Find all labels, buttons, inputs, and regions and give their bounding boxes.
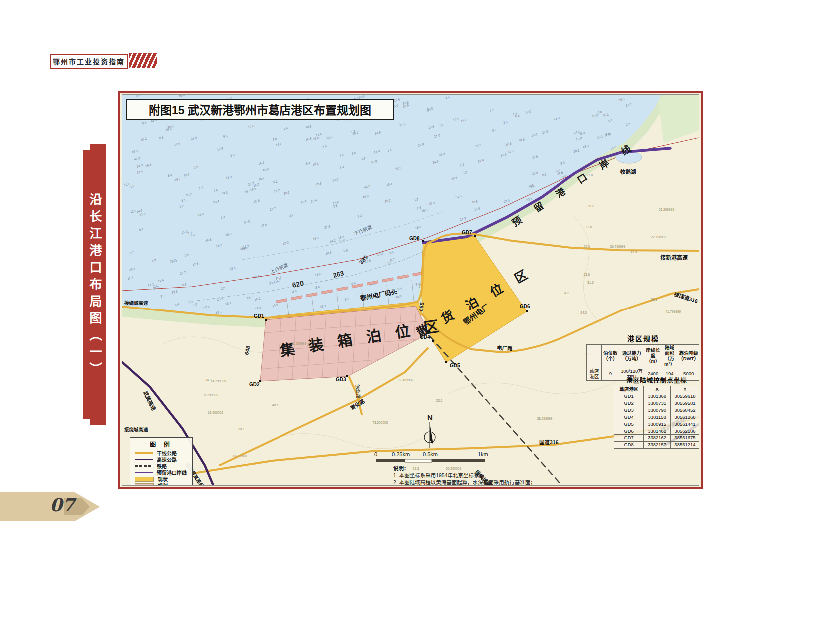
control-points-table: 葛店港区XYGD1338136838559618GD23380731385595… [614,386,699,449]
elevation-label: 36.799999 [610,245,626,248]
table-cell: 38561214 [670,442,699,449]
table-cell: GD2 [614,400,644,407]
legend-key-line-icon [135,472,153,473]
map-canvas: 16.716.814.212.98.73.22.21.915.618.123.4… [122,94,699,486]
table-cell: GD6 [614,428,644,435]
table-header-cell: 靠泊吨级（DWT） [677,345,699,368]
table-cell: 38561675 [670,435,699,442]
elevation-label: 34.2 [563,291,569,295]
legend-key-railway-icon [135,465,153,467]
elevation-label: 73.500003 [372,421,388,424]
table-cell: GD3 [614,407,644,414]
guide-header: 鄂州市工业投资指南 [50,54,128,69]
gd-point-label: GD2 [249,382,260,387]
elevation-label: 34.9 [631,250,637,253]
legend-item-label: 规划 [158,482,168,486]
table-header-cell: 葛店港区 [614,386,644,393]
elevation-label: 24.5 [580,311,587,314]
elevation-label: 23.5 [583,273,590,276]
gd-point-label: GD1 [254,313,264,319]
gd-point-marker [259,380,261,382]
label-dianchang-road: 电厂路 [497,345,513,352]
table-header-cell: 岸线长度（m） [644,345,662,368]
label-mue-lake: 牧鹅湖 [620,169,636,175]
table-header-cell: 陆域面积（万m²） [662,345,677,368]
elevation-label: 48.5 [272,403,279,407]
table-header-cell: 泊位数（个） [602,345,619,368]
scale-025: 0.25km [392,451,410,457]
planning-map: 16.716.814.212.98.73.22.21.915.618.123.4… [122,95,699,485]
table-cell: 38560452 [670,407,699,414]
table-cell: GD8 [614,442,644,449]
gd-point-marker [346,375,348,377]
side-banner-cap-top [90,144,106,151]
label-chuangye-road: 创业路 [355,384,361,399]
legend-title: 图 例 [130,440,192,448]
table-cell: GD4 [614,414,644,421]
chevron-decoration-icon [129,53,157,68]
label-guodao316: 国道316 [539,439,559,445]
table-header-cell: Y [670,386,699,393]
scale-0: 0 [374,451,377,457]
table-cell: 38561268 [670,414,699,421]
elevation-label: 31.5 [587,281,594,284]
table-cell: GD7 [614,435,644,442]
page: { "page": { "header": { "title": "鄂州市工业投… [0,0,840,619]
map-frame: 16.716.814.212.98.73.22.21.915.618.123.4… [118,91,703,489]
table-cell: 3380915 [644,421,671,428]
table-cell: 38561441 [670,421,699,428]
elevation-label: 22.790999 [651,235,667,239]
gd-point-label: GD3 [336,377,346,382]
note-1: 1. 本图坐标系采用1954年北京坐标系； [393,472,484,478]
table-cell: 3382157 [644,442,671,449]
scale-1: 1km [478,451,488,457]
north-label: N [427,413,433,422]
gd-point-marker [265,319,267,321]
port-scale-section: 港区规模 泊位数（个）通过能力（万吨）岸线长度（m）陆域面积（万m²）靠泊吨级（… [586,333,699,381]
control-points-title: 港区陆域控制点坐标 [614,375,699,385]
table-cell: 3381158 [644,414,671,421]
label-jie-xingang: 接新港高速 [660,254,688,261]
elevation-label: 17.499992 [398,378,414,382]
gd-point-label: GD8 [409,236,420,241]
table-cell: 3380731 [644,400,671,407]
table-cell: 3381462 [644,428,671,435]
elevation-label: 36.299999 [203,393,218,397]
page-number: 07 [50,494,75,515]
table-header-cell: X [644,386,671,393]
side-banner-cap-bottom [90,418,106,425]
gd-point-marker [526,310,528,312]
elevation-label: 23.6 [436,399,443,402]
note-title: 说明： [393,465,409,471]
elevation-label: 29.3 [413,467,419,470]
elevation-label: 28.8 [651,298,658,301]
map-title: 附图15 武汉新港鄂州市葛店港区布置规划图 [126,99,394,120]
elevation-label: 50.200001 [446,467,461,470]
gd-point-label: GD6 [520,304,530,309]
table-cell: GD1 [614,393,644,400]
table-cell: 38559618 [670,393,699,400]
control-points-section: 港区陆域控制点坐标 葛店港区XYGD1338136838559618GD2338… [614,375,699,449]
table-cell: 3381368 [644,393,671,400]
table-cell: 葛店港区 [587,368,602,380]
gd-point-label: GD5 [450,363,460,368]
gd-point-marker [432,340,434,342]
dim-665: 665 [418,302,425,311]
gd-point-marker [474,235,476,237]
legend-key-line-icon [135,452,153,454]
table-cell: GD5 [614,421,644,428]
elevation-label: 29.2 [587,204,594,208]
elevation-label: 38.299999 [537,417,553,420]
legend-item: 规划 [130,482,192,486]
label-jie-raocheng-2: 接绕城高速 [124,427,148,432]
elevation-label: 41.799999 [665,310,681,313]
gd-point-label: GD7 [462,230,472,235]
legend-key-swatch-icon [135,483,154,486]
elevation-label: 24.299999 [211,379,226,383]
elevation-label: 34.9 [205,378,212,382]
label-jie-raocheng-1: 接绕城高速 [124,300,148,306]
elevation-label: 27.6 [584,245,590,248]
elevation-label: 61.900002 [208,411,223,414]
gd-point-marker [422,240,424,242]
side-banner-title: 沿长江港口布局图（一） [83,159,106,413]
